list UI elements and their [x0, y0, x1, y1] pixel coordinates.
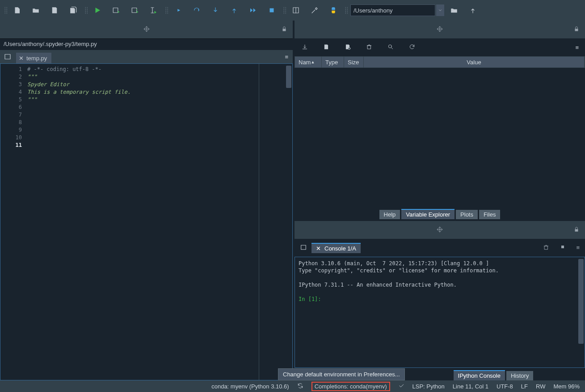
code-line: Spyder Editor	[25, 81, 292, 88]
status-bar: conda: myenv (Python 3.10.6) Completions…	[0, 380, 585, 392]
tab-variable-explorer[interactable]: Variable Explorer	[401, 209, 455, 219]
code-area[interactable]: # -*- coding: utf-8 -*- """ Spyder Edito…	[25, 64, 292, 380]
col-name[interactable]: Nam ▲	[295, 57, 322, 67]
console-pane: ✕ Console 1/A ≡ Python 3.10.6 (main, Oct…	[295, 221, 585, 380]
run-button[interactable]	[88, 1, 106, 19]
browse-dir-button[interactable]	[445, 1, 463, 19]
debug-step-in-button[interactable]	[206, 1, 224, 19]
code-line: """	[25, 96, 292, 104]
move-icon	[143, 26, 150, 33]
col-size[interactable]: Size	[344, 57, 364, 67]
console-header[interactable]	[295, 221, 585, 239]
status-mem[interactable]: Mem 96%	[553, 383, 580, 390]
path-dropdown-button[interactable]	[436, 4, 444, 16]
svg-rect-0	[113, 8, 118, 13]
debug-step-button[interactable]	[188, 1, 206, 19]
status-encoding[interactable]: UTF-8	[497, 383, 513, 390]
svg-rect-9	[575, 229, 578, 231]
tab-history[interactable]: History	[506, 371, 533, 380]
svg-rect-1	[132, 8, 137, 13]
lock-icon[interactable]	[281, 26, 287, 33]
col-value[interactable]: Value	[364, 57, 585, 67]
console-output[interactable]: Python 3.10.6 (main, Oct 7 2022, 15:17:2…	[295, 257, 585, 368]
editor-tab-temp[interactable]: ✕ temp.py	[16, 53, 51, 63]
console-tab-1[interactable]: ✕ Console 1/A	[311, 243, 361, 253]
code-editor[interactable]: 1234567891011 # -*- coding: utf-8 -*- ""…	[0, 63, 293, 380]
maximize-pane-button[interactable]	[287, 1, 305, 19]
code-line: # -*- coding: utf-8 -*-	[25, 66, 292, 73]
col-type[interactable]: Type	[322, 57, 344, 67]
new-file-button[interactable]	[8, 1, 26, 19]
debug-continue-button[interactable]	[244, 1, 262, 19]
path-text: /Users/anthony	[354, 7, 392, 14]
save-data-as-icon[interactable]	[345, 44, 351, 51]
move-icon	[437, 26, 443, 33]
open-file-button[interactable]	[27, 1, 45, 19]
scrollbar-thumb[interactable]	[286, 66, 291, 88]
status-lsp-check-icon	[398, 383, 404, 390]
parent-dir-button[interactable]	[464, 1, 482, 19]
status-eol[interactable]: LF	[521, 383, 528, 390]
debug-stop-button[interactable]	[263, 1, 281, 19]
status-env[interactable]: conda: myenv (Python 3.10.6)	[211, 383, 289, 390]
editor-pane-header[interactable]	[0, 21, 293, 38]
code-line: """	[25, 73, 292, 81]
run-cell-button[interactable]	[107, 1, 125, 19]
editor-pane: /Users/anthony/.spyder-py3/temp.py ✕ tem…	[0, 21, 293, 380]
console-prompt: In [1]:	[299, 296, 324, 302]
tab-files[interactable]: Files	[479, 210, 500, 219]
status-lsp[interactable]: LSP: Python	[412, 383, 445, 390]
file-browser-icon[interactable]	[4, 53, 12, 61]
interrupt-kernel-icon[interactable]	[560, 244, 565, 252]
varexp-toolbar: ≡	[295, 38, 585, 56]
console-options-icon[interactable]: ≡	[576, 244, 580, 252]
save-all-button[interactable]	[64, 1, 82, 19]
varexp-columns: Nam ▲ Type Size Value	[295, 56, 585, 68]
svg-point-7	[348, 47, 350, 50]
margin-line	[259, 64, 259, 380]
svg-rect-11	[561, 246, 564, 248]
search-icon[interactable]	[387, 44, 394, 51]
env-tooltip: Change default environment in Preference…	[278, 368, 405, 380]
editor-options-icon[interactable]: ≡	[285, 54, 288, 60]
lock-icon[interactable]	[573, 26, 580, 33]
tab-plots[interactable]: Plots	[456, 210, 478, 219]
debug-button[interactable]	[169, 1, 187, 19]
close-tab-icon[interactable]: ✕	[316, 245, 321, 252]
remove-all-icon[interactable]	[366, 44, 372, 51]
scrollbar-thumb[interactable]	[578, 259, 584, 344]
preferences-button[interactable]	[306, 1, 324, 19]
varexp-tabs: Help Variable Explorer Plots Files	[295, 207, 585, 219]
save-data-icon[interactable]	[323, 44, 329, 51]
debug-step-out-button[interactable]	[225, 1, 243, 19]
svg-rect-10	[301, 245, 306, 249]
svg-point-8	[388, 45, 391, 48]
status-position[interactable]: Line 11, Col 1	[453, 383, 488, 390]
code-line: This is a temporary script file.	[25, 88, 292, 96]
console-browse-icon[interactable]	[300, 244, 307, 252]
varexp-options-icon[interactable]: ≡	[575, 44, 579, 51]
tab-help[interactable]: Help	[379, 210, 400, 219]
varexp-body	[295, 68, 585, 207]
toolbar-separator	[164, 7, 168, 14]
toolbar-separator	[83, 7, 88, 14]
refresh-icon[interactable]	[409, 44, 415, 51]
console-tabs-row: ✕ Console 1/A ≡	[295, 239, 585, 257]
varexp-header[interactable]	[295, 21, 585, 38]
move-icon	[437, 226, 443, 234]
import-data-icon[interactable]	[302, 44, 308, 51]
status-env-sync-icon[interactable]	[297, 383, 303, 390]
run-cell-advance-button[interactable]	[126, 1, 144, 19]
python-path-button[interactable]	[324, 1, 342, 19]
lock-icon[interactable]	[573, 226, 580, 234]
svg-rect-6	[575, 29, 578, 31]
status-rw[interactable]: RW	[536, 383, 545, 390]
tab-ipython-console[interactable]: IPython Console	[454, 370, 505, 380]
close-tab-icon[interactable]: ✕	[19, 55, 24, 62]
status-completions[interactable]: Completions: conda(myenv)	[311, 382, 390, 391]
run-selection-button[interactable]	[145, 1, 163, 19]
working-directory-input[interactable]: /Users/anthony	[350, 4, 435, 16]
save-button[interactable]	[46, 1, 63, 19]
svg-rect-4	[283, 29, 286, 31]
remove-console-icon[interactable]	[543, 244, 549, 252]
